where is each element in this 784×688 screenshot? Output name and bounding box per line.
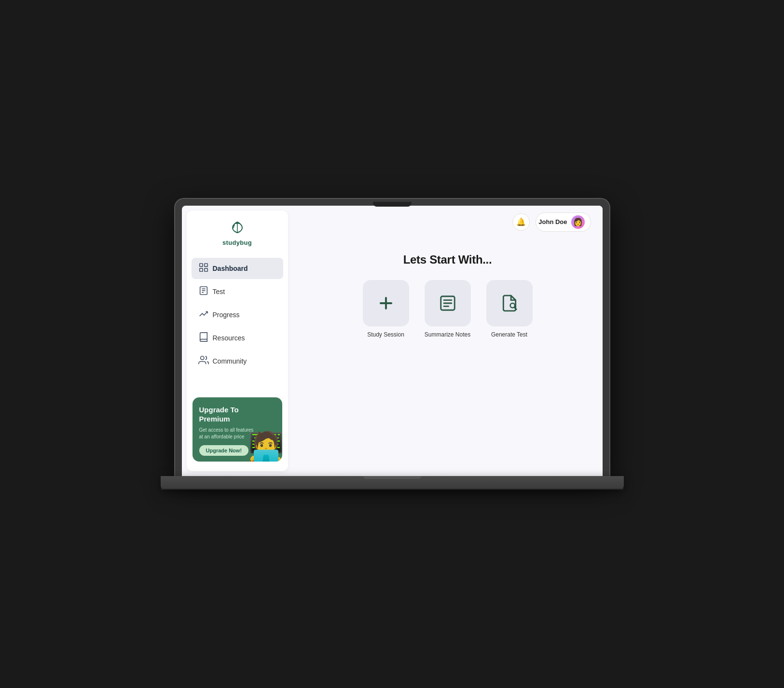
action-card-label-study-session: Study Session (367, 331, 404, 338)
hero-title: Lets Start With... (403, 253, 492, 267)
upgrade-illustration: 🧑‍💻 (248, 433, 282, 462)
study-session-icon-box (363, 280, 409, 326)
sidebar-item-community[interactable]: Community (192, 351, 283, 372)
summarize-notes-icon-box (425, 280, 471, 326)
main-content: 🔔 John Doe 👩 Lets Start With... (293, 206, 603, 476)
sidebar-item-resources[interactable]: Resources (192, 327, 283, 349)
generate-test-icon-box (486, 280, 533, 326)
resources-icon (198, 332, 208, 344)
action-card-generate-test[interactable]: Generate Test (483, 280, 536, 338)
sidebar-item-label-dashboard: Dashboard (213, 265, 248, 272)
sidebar: studybug Dashboard Test (187, 211, 288, 471)
notification-button[interactable]: 🔔 (512, 213, 530, 231)
user-name: John Doe (538, 218, 567, 225)
progress-icon (198, 309, 208, 321)
svg-rect-1 (204, 263, 207, 266)
community-icon (198, 355, 208, 367)
svg-point-10 (200, 356, 204, 359)
screen-bezel: studybug Dashboard Test (175, 199, 609, 476)
upgrade-desc: Get access to all features at an afforda… (199, 427, 255, 440)
topbar: 🔔 John Doe 👩 (293, 206, 603, 239)
sidebar-item-progress[interactable]: Progress (192, 304, 283, 325)
sidebar-item-label-progress: Progress (213, 311, 240, 319)
action-card-study-session[interactable]: Study Session (359, 280, 413, 338)
svg-rect-0 (199, 263, 202, 266)
upgrade-button[interactable]: Upgrade Now! (199, 445, 249, 456)
upgrade-card: Upgrade To Premium Get access to all fea… (193, 397, 282, 462)
sidebar-item-label-community: Community (213, 357, 247, 365)
action-cards: Study Session (359, 280, 536, 338)
sidebar-item-dashboard[interactable]: Dashboard (192, 258, 283, 279)
dashboard-icon (198, 262, 208, 275)
test-icon (198, 285, 208, 298)
laptop-container: studybug Dashboard Test (175, 199, 609, 490)
sidebar-item-label-resources: Resources (213, 334, 245, 342)
svg-rect-3 (204, 268, 207, 271)
sidebar-item-label-test: Test (213, 288, 225, 295)
action-card-summarize-notes[interactable]: Summarize Notes (421, 280, 474, 338)
laptop-base (161, 476, 624, 490)
hero-area: Lets Start With... Study Session (293, 239, 603, 338)
action-card-label-generate-test: Generate Test (491, 331, 527, 338)
camera-notch (373, 202, 412, 207)
logo-area: studybug (187, 220, 288, 246)
svg-rect-2 (199, 268, 202, 271)
logo-icon (229, 220, 246, 238)
upgrade-title: Upgrade To Premium (199, 405, 252, 424)
avatar: 👩 (571, 215, 585, 229)
screen: studybug Dashboard Test (182, 206, 603, 476)
nav-items: Dashboard Test Progress (187, 258, 288, 393)
user-profile-badge[interactable]: John Doe 👩 (536, 212, 591, 232)
logo-text: studybug (222, 239, 252, 246)
action-card-label-summarize-notes: Summarize Notes (425, 331, 470, 338)
sidebar-item-test[interactable]: Test (192, 281, 283, 302)
